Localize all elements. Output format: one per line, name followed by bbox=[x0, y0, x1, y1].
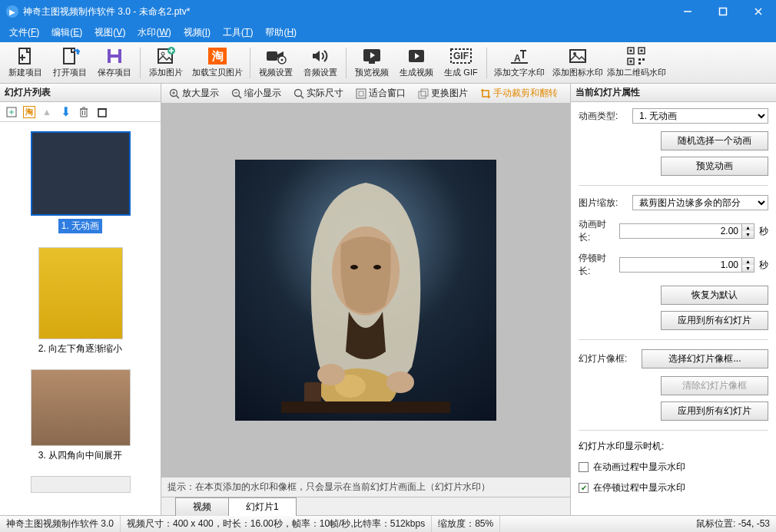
slide-thumb[interactable]: 2. 向左下角逐渐缩小 bbox=[5, 247, 156, 355]
svg-rect-60 bbox=[419, 91, 426, 98]
move-down-icon[interactable]: ⬇ bbox=[58, 105, 72, 119]
preview-icon bbox=[361, 47, 383, 65]
choose-frame-button[interactable]: 选择幻灯片像框... bbox=[642, 349, 768, 368]
delete-icon[interactable] bbox=[77, 105, 91, 119]
canvas-hint: 提示：在本页添加的水印和像框，只会显示在当前幻灯片画面上（幻灯片水印） bbox=[161, 477, 570, 497]
toolbar-taobao-button[interactable]: 淘加载宝贝图片 bbox=[188, 44, 247, 82]
slide-thumb[interactable] bbox=[5, 476, 156, 496]
fit-icon bbox=[356, 88, 366, 99]
toolbar-aset-button[interactable]: 音频设置 bbox=[298, 44, 343, 82]
canvas-swap-button[interactable]: 更换图片 bbox=[413, 85, 473, 101]
properties-header: 当前幻灯片属性 bbox=[571, 84, 776, 102]
toolbar-vset-button[interactable]: 视频设置 bbox=[254, 44, 298, 82]
close-button[interactable] bbox=[741, 0, 776, 23]
canvas-image bbox=[235, 160, 496, 421]
spin-up-icon[interactable]: ▲ bbox=[742, 258, 754, 265]
anim-dur-spinner[interactable]: ▲▼ bbox=[619, 223, 754, 239]
thumb-image bbox=[31, 369, 131, 446]
anim-dur-label: 动画时长: bbox=[579, 218, 615, 244]
slide-thumb[interactable]: 1. 无动画 bbox=[5, 131, 156, 233]
menu-item[interactable]: 帮助(H) bbox=[260, 25, 301, 41]
save-icon bbox=[104, 47, 125, 65]
slide-list-panel: 幻灯片列表 淘 ▲ ⬇ 1. 无动画2. 向左下角逐渐缩小3. 从四角向中间展开 bbox=[0, 84, 161, 515]
spin-down-icon[interactable]: ▼ bbox=[742, 265, 754, 272]
preview-anim-button[interactable]: 预览动画 bbox=[661, 157, 768, 176]
slide-thumb[interactable]: 3. 从四角向中间展开 bbox=[5, 369, 156, 462]
app-icon: ▶ bbox=[6, 5, 18, 18]
slide-list[interactable]: 1. 无动画2. 向左下角逐渐缩小3. 从四角向中间展开 bbox=[0, 122, 161, 515]
canvas-crop-button[interactable]: 手动裁剪和翻转 bbox=[476, 85, 562, 101]
svg-rect-58 bbox=[356, 89, 366, 98]
spin-up-icon[interactable]: ▲ bbox=[742, 224, 754, 231]
svg-rect-59 bbox=[359, 91, 363, 96]
thumb-image bbox=[38, 247, 123, 339]
spin-down-icon[interactable]: ▼ bbox=[742, 231, 754, 238]
svg-point-12 bbox=[161, 52, 164, 55]
wm-pause-checkbox[interactable]: 在停顿过程中显示水印 bbox=[579, 481, 768, 494]
svg-rect-61 bbox=[421, 89, 428, 96]
canvas-zoom-1-button[interactable]: 实际尺寸 bbox=[289, 85, 348, 101]
svg-rect-42 bbox=[81, 109, 87, 117]
toolbar-gif-button[interactable]: GIF生成 GIF bbox=[439, 44, 483, 82]
toolbar-addimg-button[interactable]: 添加图片 bbox=[144, 44, 188, 82]
textwm-icon: A bbox=[509, 47, 530, 65]
canvas-tabs: 视频幻灯片1 bbox=[161, 497, 570, 515]
anim-type-select[interactable]: 1. 无动画 bbox=[632, 108, 768, 124]
wm-anim-checkbox[interactable]: 在动画过程中显示水印 bbox=[579, 461, 768, 474]
apply-frame-all-button[interactable]: 应用到所有幻灯片 bbox=[661, 401, 768, 421]
svg-rect-9 bbox=[111, 49, 118, 55]
svg-rect-37 bbox=[642, 58, 645, 61]
svg-rect-35 bbox=[630, 61, 632, 63]
svg-rect-1 bbox=[720, 8, 727, 15]
svg-rect-7 bbox=[64, 48, 75, 64]
pause-dur-spinner[interactable]: ▲▼ bbox=[619, 257, 754, 273]
status-mouse: 鼠标位置: -54, -53 bbox=[690, 516, 776, 532]
svg-line-54 bbox=[239, 95, 242, 98]
thumb-image bbox=[31, 131, 131, 216]
toolbar-save-button[interactable]: 保存项目 bbox=[92, 44, 137, 82]
clear-icon[interactable] bbox=[95, 105, 109, 119]
menu-item[interactable]: 水印(W) bbox=[133, 25, 175, 41]
crop-icon bbox=[480, 88, 491, 99]
svg-point-63 bbox=[350, 265, 358, 269]
restore-default-button[interactable]: 恢复为默认 bbox=[661, 286, 768, 305]
maximize-button[interactable] bbox=[705, 0, 741, 23]
slide-list-header: 幻灯片列表 bbox=[0, 84, 161, 102]
svg-rect-10 bbox=[111, 58, 118, 63]
thumb-caption: 2. 向左下角逐渐缩小 bbox=[38, 342, 122, 355]
clear-frame-button[interactable]: 清除幻灯片像框 bbox=[661, 376, 768, 395]
status-size: 视频尺寸：400 x 400，时长：16.00秒，帧率：10帧/秒,比特率：51… bbox=[121, 516, 432, 532]
tab-1[interactable]: 幻灯片1 bbox=[228, 497, 297, 516]
move-up-icon[interactable]: ▲ bbox=[40, 105, 54, 119]
toolbar-iconwm-button[interactable]: 添加图标水印 bbox=[549, 44, 607, 82]
addimg-icon bbox=[155, 47, 177, 65]
toolbar-gen-button[interactable]: 生成视频 bbox=[394, 44, 439, 82]
canvas-fit-button[interactable]: 适合窗口 bbox=[351, 85, 410, 101]
canvas-zoom-out-button[interactable]: 缩小显示 bbox=[227, 85, 286, 101]
toolbar-qrwm-button[interactable]: 添加二维码水印 bbox=[607, 44, 665, 82]
thumb-image bbox=[31, 476, 131, 493]
apply-all-button[interactable]: 应用到所有幻灯片 bbox=[661, 311, 768, 330]
scale-select[interactable]: 裁剪图片边缘多余的部分 bbox=[632, 195, 768, 210]
random-anim-button[interactable]: 随机选择一个动画 bbox=[661, 131, 768, 150]
menu-item[interactable]: 工具(T) bbox=[218, 25, 257, 41]
svg-line-50 bbox=[177, 95, 180, 98]
menu-item[interactable]: 文件(F) bbox=[5, 25, 44, 41]
iconwm-icon bbox=[567, 47, 589, 65]
menu-item[interactable]: 编辑(E) bbox=[47, 25, 87, 41]
tab-0[interactable]: 视频 bbox=[175, 497, 229, 516]
canvas-zoom-in-button[interactable]: 放大显示 bbox=[164, 85, 224, 101]
minimize-button[interactable] bbox=[670, 0, 705, 23]
canvas[interactable] bbox=[161, 104, 570, 477]
toolbar-textwm-button[interactable]: A添加文字水印 bbox=[490, 44, 549, 82]
menu-item[interactable]: 视频(I) bbox=[179, 25, 215, 41]
zoom-1-icon bbox=[293, 88, 304, 99]
scale-label: 图片缩放: bbox=[579, 197, 628, 210]
canvas-toolbar: 放大显示缩小显示实际尺寸适合窗口更换图片手动裁剪和翻转 bbox=[161, 84, 570, 104]
toolbar-preview-button[interactable]: 预览视频 bbox=[350, 44, 394, 82]
toolbar-new-button[interactable]: 新建项目 bbox=[3, 44, 48, 82]
taobao-icon[interactable]: 淘 bbox=[23, 106, 35, 118]
toolbar-open-button[interactable]: 打开项目 bbox=[48, 44, 92, 82]
add-slide-icon[interactable] bbox=[5, 105, 18, 119]
menu-item[interactable]: 视图(V) bbox=[90, 25, 130, 41]
